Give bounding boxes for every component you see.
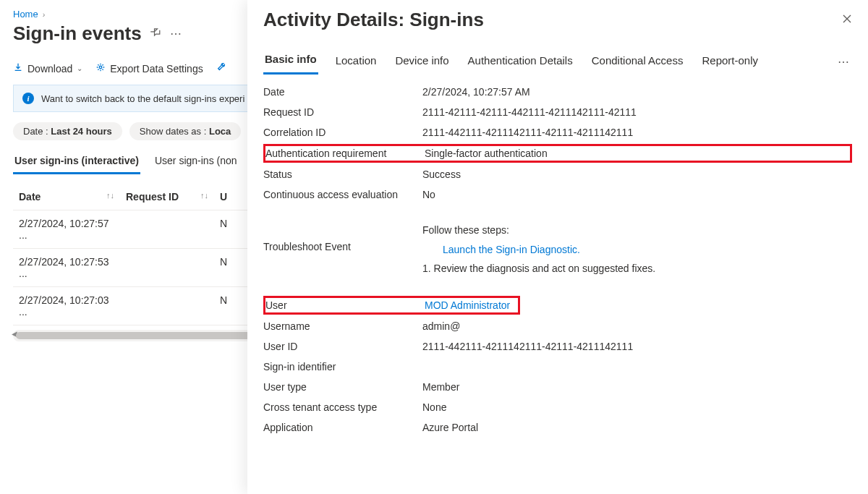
cell-request bbox=[120, 287, 214, 325]
tab-device-info[interactable]: Device info bbox=[393, 50, 450, 74]
value-cae: No bbox=[422, 189, 852, 200]
label-user: User bbox=[265, 299, 425, 311]
label-cae: Continuous access evaluation bbox=[263, 189, 422, 200]
chevron-down-icon: ⌄ bbox=[77, 64, 82, 72]
row-auth-requirement: Authentication requirement Single-factor… bbox=[263, 144, 852, 163]
panel-title: Activity Details: Sign-ins bbox=[263, 9, 484, 31]
label-troubleshoot: Troubleshoot Event bbox=[263, 221, 422, 252]
label-username: Username bbox=[263, 320, 422, 332]
export-settings-label: Export Data Settings bbox=[110, 63, 203, 74]
value-user-type: Member bbox=[422, 381, 852, 393]
chevron-right-icon: › bbox=[43, 10, 46, 19]
value-auth-requirement: Single-factor authentication bbox=[425, 148, 846, 159]
download-button[interactable]: Download ⌄ bbox=[13, 62, 82, 74]
row-cae: Continuous access evaluation No bbox=[263, 184, 852, 205]
row-correlation-id: Correlation ID 2111-442111-4211142111-42… bbox=[263, 122, 852, 142]
value-cross-tenant: None bbox=[422, 401, 852, 413]
label-application: Application bbox=[263, 422, 422, 433]
activity-details-panel: Activity Details: Sign-ins Basic info Lo… bbox=[247, 0, 868, 494]
filter-date-value: Last 24 hours bbox=[51, 126, 112, 137]
gear-icon bbox=[95, 62, 106, 74]
pin-icon[interactable] bbox=[150, 27, 161, 41]
value-troubleshoot: Follow these steps: Launch the Sign-in D… bbox=[422, 221, 852, 278]
tab-noninteractive[interactable]: User sign-ins (non bbox=[153, 150, 239, 174]
download-icon bbox=[13, 62, 23, 74]
troubleshoot-intro: Follow these steps: bbox=[422, 221, 852, 240]
label-request-id: Request ID bbox=[263, 106, 422, 118]
value-username: admin@ bbox=[422, 320, 852, 332]
cell-flag: N bbox=[214, 287, 236, 325]
wrench-icon bbox=[216, 62, 226, 74]
info-icon: i bbox=[22, 93, 34, 104]
close-button[interactable] bbox=[842, 12, 852, 27]
cell-flag: N bbox=[214, 210, 236, 248]
value-status: Success bbox=[422, 169, 852, 180]
row-user-type: User type Member bbox=[263, 377, 852, 397]
row-request-id: Request ID 2111-42111-42111-442111-42111… bbox=[263, 102, 852, 122]
tab-interactive[interactable]: User sign-ins (interactive) bbox=[13, 150, 140, 174]
troubleshoot-step-1: 1. Review the diagnosis and act on sugge… bbox=[422, 259, 852, 278]
tab-location[interactable]: Location bbox=[334, 50, 378, 74]
svg-point-0 bbox=[100, 66, 103, 69]
cell-request bbox=[120, 249, 214, 286]
sort-icon: ↑↓ bbox=[200, 191, 208, 200]
label-date: Date bbox=[263, 86, 422, 98]
download-label: Download bbox=[27, 63, 72, 74]
cell-date: 2/27/2024, 10:27:03 ... bbox=[13, 287, 120, 325]
row-troubleshoot: Troubleshoot Event Follow these steps: L… bbox=[263, 216, 852, 283]
row-date: Date 2/27/2024, 10:27:57 AM bbox=[263, 82, 852, 102]
label-cross-tenant: Cross tenant access type bbox=[263, 401, 422, 413]
row-user: User MOD Administrator bbox=[263, 296, 520, 315]
value-date: 2/27/2024, 10:27:57 AM bbox=[422, 86, 852, 98]
export-settings-button[interactable]: Export Data Settings bbox=[95, 62, 203, 74]
panel-tabs: Basic info Location Device info Authenti… bbox=[247, 35, 868, 74]
filter-showdates-value: Loca bbox=[209, 126, 231, 137]
row-user-id: User ID 2111-442111-4211142111-42111-421… bbox=[263, 336, 852, 357]
label-status: Status bbox=[263, 169, 422, 180]
label-correlation-id: Correlation ID bbox=[263, 127, 422, 138]
launch-diagnostic-link[interactable]: Launch the Sign-in Diagnostic. bbox=[422, 240, 852, 260]
cell-date: 2/27/2024, 10:27:53 ... bbox=[13, 249, 120, 286]
more-icon[interactable]: ⋯ bbox=[170, 27, 182, 41]
tab-conditional-access[interactable]: Conditional Access bbox=[590, 50, 685, 74]
label-auth-requirement: Authentication requirement bbox=[265, 148, 425, 159]
filter-showdates-label: Show dates as : bbox=[140, 126, 209, 137]
cell-request bbox=[120, 210, 214, 248]
tab-report-only[interactable]: Report-only bbox=[700, 50, 760, 74]
value-request-id: 2111-42111-42111-442111-4211142111-42111 bbox=[422, 106, 852, 118]
row-status: Status Success bbox=[263, 164, 852, 184]
breadcrumb-home[interactable]: Home bbox=[13, 9, 38, 20]
cell-date: 2/27/2024, 10:27:57 ... bbox=[13, 210, 120, 248]
panel-body: Date 2/27/2024, 10:27:57 AM Request ID 2… bbox=[247, 74, 868, 445]
label-user-type: User type bbox=[263, 381, 422, 393]
row-username: Username admin@ bbox=[263, 316, 852, 336]
row-application: Application Azure Portal bbox=[263, 417, 852, 438]
value-correlation-id: 2111-442111-4211142111-42111-4211142111 bbox=[422, 127, 852, 138]
value-user-link[interactable]: MOD Administrator bbox=[425, 299, 510, 311]
col-date[interactable]: Date↑↓ bbox=[13, 184, 120, 210]
info-text: Want to switch back to the default sign-… bbox=[41, 93, 244, 104]
label-signin-identifier: Sign-in identifier bbox=[263, 361, 422, 372]
col-request-id[interactable]: Request ID↑↓ bbox=[120, 184, 214, 210]
filter-date-label: Date : bbox=[23, 126, 51, 137]
filter-showdates[interactable]: Show dates as : Loca bbox=[129, 122, 241, 140]
value-application: Azure Portal bbox=[422, 422, 852, 433]
cell-flag: N bbox=[214, 249, 236, 286]
col-flag: U bbox=[214, 184, 236, 210]
sort-icon: ↑↓ bbox=[106, 191, 114, 200]
tab-basic-info[interactable]: Basic info bbox=[263, 48, 318, 74]
row-cross-tenant: Cross tenant access type None bbox=[263, 397, 852, 417]
label-user-id: User ID bbox=[263, 341, 422, 352]
page-title: Sign-in events bbox=[13, 22, 142, 45]
panel-more-icon[interactable]: ⋯ bbox=[838, 55, 852, 69]
row-signin-identifier: Sign-in identifier bbox=[263, 357, 852, 377]
filter-date[interactable]: Date : Last 24 hours bbox=[13, 122, 122, 140]
tab-auth-details[interactable]: Authentication Details bbox=[467, 50, 574, 74]
value-user-id: 2111-442111-4211142111-42111-4211142111 bbox=[422, 341, 852, 352]
panel-header: Activity Details: Sign-ins bbox=[247, 0, 868, 35]
troubleshoot-button[interactable] bbox=[216, 62, 226, 74]
